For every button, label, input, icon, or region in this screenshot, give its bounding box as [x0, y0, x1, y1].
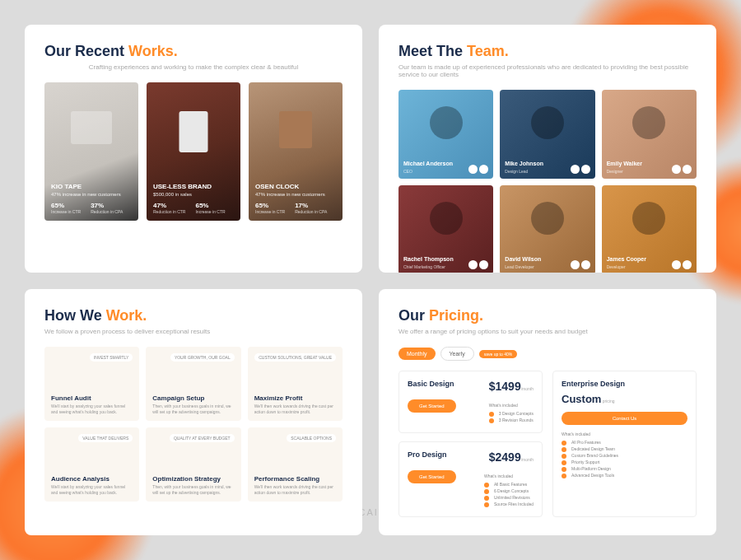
member-role: Chief Marketing Officer — [403, 264, 454, 269]
member-role: CEO — [403, 169, 453, 174]
plan-includes: What's included — [562, 432, 687, 436]
work-stat: 65%Increase in CTR — [195, 202, 225, 214]
plan-pro: Pro Design$2499/month Get Started What's… — [398, 441, 543, 517]
team-member[interactable]: David WilsonLead Developer — [500, 185, 594, 273]
hww-desc: We'll start by analyzing your sales funn… — [51, 404, 133, 414]
plan-price: $1499/month — [489, 380, 534, 393]
hww-title: Optimization Strategy — [152, 475, 234, 483]
member-role: Developer — [607, 264, 646, 269]
member-role: Design Lead — [505, 169, 543, 174]
social-icon[interactable] — [683, 260, 692, 269]
team-member[interactable]: Michael AndersonCEO — [398, 90, 493, 179]
work-stat: 65%Increase in CTR — [255, 202, 285, 214]
social-icon[interactable] — [683, 165, 692, 174]
hww-desc: We'll then work towards driving the cost… — [254, 404, 336, 414]
social-icon[interactable] — [479, 260, 488, 269]
plan-enterprise: Enterprise Design Custom pricing Contact… — [552, 371, 697, 517]
hww-desc: We'll start by analyzing your sales funn… — [51, 484, 133, 495]
social-icon[interactable] — [581, 165, 590, 174]
social-icon[interactable] — [468, 260, 478, 269]
pricing-panel: Our Pricing. We offer a range of pricing… — [379, 289, 716, 535]
plan-feature: Unlimited Revisions — [484, 495, 534, 500]
plan-feature: Advanced Design Tools — [562, 473, 687, 478]
plan-name: Pro Design — [408, 450, 447, 459]
save-badge: save up to 40% — [479, 350, 517, 358]
social-icon[interactable] — [468, 165, 478, 174]
get-started-button[interactable]: Get Started — [408, 399, 456, 413]
team-panel: Meet The Team. Our team is made up of ex… — [379, 25, 716, 273]
hww-tag: CUSTOM SOLUTIONS, GREAT VALUE — [254, 353, 336, 362]
plan-name: Basic Design — [408, 380, 454, 388]
hww-subtitle: We follow a proven process to deliver ex… — [44, 328, 343, 335]
team-member[interactable]: James CooperDeveloper — [602, 185, 697, 273]
contact-us-button[interactable]: Contact Us — [562, 412, 687, 425]
team-member[interactable]: Emily WalkerDesigner — [602, 90, 697, 179]
hww-tag: INVEST SMARTLY — [90, 353, 133, 362]
work-sub: 47% increase in new customers — [255, 192, 336, 197]
hww-card: INVEST SMARTLYFunnel AuditWe'll start by… — [44, 347, 139, 421]
social-icon[interactable] — [479, 165, 488, 174]
team-heading: Meet The Team. — [398, 43, 697, 60]
works-panel: Our Recent Works. Crafting experiences a… — [25, 25, 362, 273]
plan-feature: Custom Brand Guidelines — [562, 453, 687, 458]
hww-tag: QUALITY AT EVERY BUDGET — [170, 434, 235, 442]
plan-price: Custom pricing — [562, 393, 687, 405]
plan-feature: Source Files Included — [484, 502, 534, 506]
plan-basic: Basic Design$1499/month Get Started What… — [398, 371, 543, 433]
plan-includes: What's included — [489, 403, 534, 408]
get-started-button[interactable]: Get Started — [408, 470, 456, 483]
work-sub: $500,000 in sales — [153, 192, 234, 197]
plan-feature: 3 Design Concepts — [489, 411, 534, 416]
hww-desc: We'll then work towards driving the cost… — [254, 484, 336, 495]
work-sub: 47% increase in new customers — [51, 192, 132, 197]
social-icon[interactable] — [571, 260, 580, 269]
social-icon[interactable] — [581, 260, 590, 269]
hww-card: QUALITY AT EVERY BUDGETOptimization Stra… — [146, 427, 240, 502]
work-card[interactable]: OSEN CLOCK 47% increase in new customers… — [249, 82, 343, 221]
hww-card: YOUR GROWTH, OUR GOALCampaign SetupThen,… — [146, 347, 240, 421]
member-name: Emily Walker — [607, 161, 642, 166]
hww-tag: YOUR GROWTH, OUR GOAL — [170, 353, 235, 362]
work-card[interactable]: KIO TAPE 47% increase in new customers 6… — [44, 82, 138, 221]
member-name: Rachel Thompson — [403, 256, 454, 262]
plan-includes: What's included — [484, 474, 534, 478]
hww-card: CUSTOM SOLUTIONS, GREAT VALUEMaximize Pr… — [248, 347, 343, 421]
hww-card: SCALABLE OPTIONSPerformance ScalingWe'll… — [248, 427, 343, 502]
plan-price: $2499/month — [489, 450, 534, 464]
work-title: OSEN CLOCK — [255, 183, 336, 190]
plan-feature: Multi-Platform Design — [562, 466, 687, 471]
hww-tag: SCALABLE OPTIONS — [287, 434, 336, 442]
hww-title: Audience Analysis — [51, 475, 133, 483]
work-card[interactable]: USE-LESS BRAND $500,000 in sales 47%Redu… — [147, 82, 240, 221]
works-heading: Our Recent Works. — [44, 43, 343, 60]
plan-feature: Priority Support — [562, 460, 687, 464]
social-icon[interactable] — [672, 165, 681, 174]
member-name: David Wilson — [505, 256, 541, 262]
hww-tag: VALUE THAT DELIVERS — [78, 434, 133, 442]
team-subtitle: Our team is made up of experienced profe… — [398, 63, 697, 78]
social-icon[interactable] — [672, 260, 681, 269]
team-member[interactable]: Rachel ThompsonChief Marketing Officer — [398, 185, 493, 273]
member-name: James Cooper — [607, 256, 646, 262]
plan-feature: 6 Design Concepts — [484, 488, 534, 493]
team-member[interactable]: Mike JohnsonDesign Lead — [500, 90, 594, 179]
hww-desc: Then, with your business goals in mind, … — [152, 484, 234, 495]
work-stat: 47%Reduction in CTR — [153, 202, 185, 214]
plan-feature: Dedicated Design Team — [562, 446, 687, 451]
howwework-panel: How We Work. We follow a proven process … — [25, 289, 362, 535]
plan-feature: All Basic Features — [484, 482, 534, 487]
hww-title: Performance Scaling — [254, 475, 336, 483]
work-title: USE-LESS BRAND — [153, 183, 234, 190]
hww-heading: How We Work. — [44, 307, 343, 324]
work-stat: 65%Increase in CTR — [51, 202, 81, 214]
plan-name: Enterprise Design — [562, 380, 687, 388]
hww-title: Funnel Audit — [51, 394, 133, 402]
member-role: Lead Developer — [505, 264, 541, 269]
social-icon[interactable] — [571, 165, 580, 174]
toggle-yearly[interactable]: Yearly — [440, 347, 474, 361]
work-stat: 37%Reduction in CPA — [91, 202, 123, 214]
work-stat: 17%Reduction in CPA — [295, 202, 327, 214]
member-role: Designer — [607, 169, 642, 174]
plan-feature: All Pro Features — [562, 440, 687, 445]
toggle-monthly[interactable]: Monthly — [398, 348, 436, 360]
